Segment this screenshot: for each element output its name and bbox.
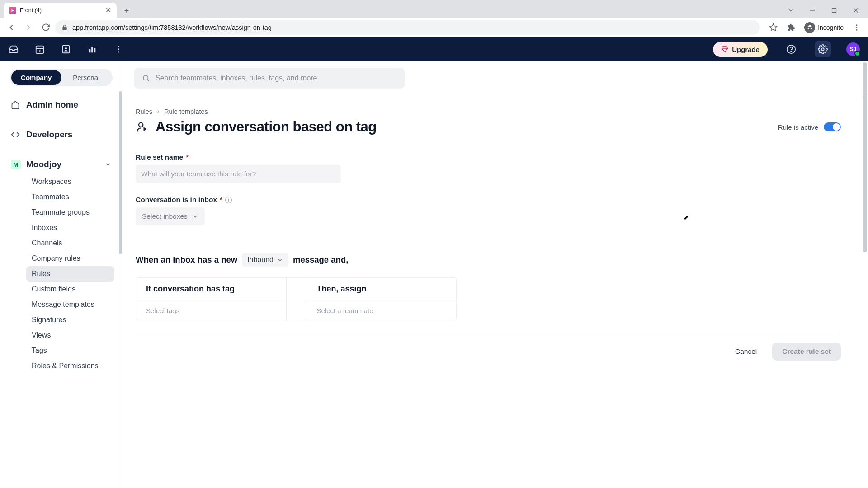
chevron-right-icon — [156, 109, 160, 114]
analytics-icon[interactable] — [87, 44, 98, 55]
sidebar-item-teammates[interactable]: Teammates — [26, 189, 114, 205]
select-inboxes-dropdown[interactable]: Select inboxes — [136, 207, 205, 225]
svg-point-12 — [65, 47, 67, 50]
back-button[interactable] — [4, 20, 19, 35]
rule-active-label: Rule is active — [778, 123, 818, 131]
reload-button[interactable] — [38, 20, 53, 35]
browser-menu-icon[interactable] — [849, 20, 864, 35]
sidebar-item-signatures[interactable]: Signatures — [26, 312, 114, 328]
app-header: 31 Upgrade SJ — [0, 37, 868, 61]
form-footer: Cancel Create rule set — [136, 334, 841, 361]
sidebar-developers[interactable]: Developers — [5, 125, 118, 144]
browser-toolbar: app.frontapp.com/settings/tim:7858132/wo… — [0, 18, 868, 37]
contacts-icon[interactable] — [61, 44, 71, 55]
svg-point-20 — [791, 51, 792, 52]
create-rule-set-button[interactable]: Create rule set — [772, 343, 841, 361]
svg-rect-1 — [832, 9, 836, 13]
main-content: Rules Rule templates Assign conversation… — [123, 61, 868, 488]
sidebar-item-tags[interactable]: Tags — [26, 343, 114, 358]
page-title: Assign conversation based on tag — [156, 119, 377, 135]
ruleset-name-label: Rule set name — [136, 153, 183, 161]
select-tags-cell[interactable]: Select tags — [136, 300, 286, 321]
breadcrumb-rules[interactable]: Rules — [136, 108, 152, 115]
tab-title: Front (4) — [20, 7, 102, 14]
sidebar-item-roles-permissions[interactable]: Roles & Permissions — [26, 358, 114, 374]
close-window-button[interactable] — [845, 4, 866, 17]
info-icon[interactable]: i — [225, 197, 232, 203]
inbox-icon[interactable] — [8, 44, 19, 55]
sidebar-item-inboxes[interactable]: Inboxes — [26, 220, 114, 235]
chevron-down-icon — [192, 213, 198, 220]
svg-point-22 — [143, 75, 148, 80]
seg-personal[interactable]: Personal — [61, 70, 112, 85]
calendar-icon[interactable]: 31 — [34, 44, 45, 55]
svg-point-7 — [856, 29, 858, 30]
window-controls — [780, 4, 866, 17]
svg-rect-14 — [91, 47, 93, 53]
sidebar-item-company-rules[interactable]: Company rules — [26, 251, 114, 266]
browser-tab[interactable]: F Front (4) ✕ — [4, 3, 117, 18]
sidebar-subitems: Workspaces Teammates Teammate groups Inb… — [5, 174, 118, 374]
url-text: app.frontapp.com/settings/tim:7858132/wo… — [72, 24, 272, 31]
required-marker: * — [186, 153, 189, 161]
breadcrumb-templates[interactable]: Rule templates — [164, 108, 208, 115]
new-tab-button[interactable]: + — [120, 5, 133, 17]
tab-bar: F Front (4) ✕ + — [0, 0, 868, 18]
divider — [136, 239, 472, 239]
ruleset-name-input[interactable] — [136, 165, 341, 183]
sidebar-item-message-templates[interactable]: Message templates — [26, 297, 114, 312]
gem-icon — [721, 46, 728, 53]
minimize-button[interactable] — [802, 4, 823, 17]
upgrade-button[interactable]: Upgrade — [713, 42, 768, 57]
seg-company[interactable]: Company — [11, 70, 61, 85]
close-tab-icon[interactable]: ✕ — [105, 7, 111, 14]
incognito-label: Incognito — [818, 24, 844, 31]
column-if-header: If conversation has tag — [136, 278, 286, 300]
settings-icon[interactable] — [815, 41, 831, 57]
sidebar-item-channels[interactable]: Channels — [26, 235, 114, 251]
sidebar-item-custom-fields[interactable]: Custom fields — [26, 282, 114, 297]
lock-icon — [61, 24, 68, 31]
extensions-icon[interactable] — [783, 20, 799, 35]
sidebar-scrollbar[interactable] — [118, 91, 123, 488]
content-scrollbar[interactable] — [862, 61, 868, 488]
incognito-icon — [804, 22, 815, 33]
sidebar-item-workspaces[interactable]: Workspaces — [26, 174, 114, 189]
direction-select[interactable]: Inbound — [242, 253, 288, 267]
sidebar-item-views[interactable]: Views — [26, 328, 114, 343]
maximize-button[interactable] — [824, 4, 844, 17]
svg-point-5 — [856, 24, 858, 26]
breadcrumb: Rules Rule templates — [136, 108, 841, 115]
svg-point-16 — [118, 46, 119, 47]
user-avatar[interactable]: SJ — [846, 42, 860, 56]
incognito-indicator[interactable]: Incognito — [802, 22, 846, 33]
rule-active-toggle[interactable] — [824, 122, 841, 131]
home-icon — [11, 100, 20, 109]
workspace-badge: M — [11, 160, 21, 169]
sidebar-item-rules[interactable]: Rules — [26, 266, 114, 282]
sidebar-item-teammate-groups[interactable]: Teammate groups — [26, 205, 114, 220]
svg-marker-4 — [769, 24, 777, 31]
settings-sidebar: Company Personal Admin home Developers M… — [0, 61, 123, 488]
tabs-chevron-icon[interactable] — [780, 4, 801, 17]
search-input[interactable] — [156, 74, 397, 82]
address-bar[interactable]: app.frontapp.com/settings/tim:7858132/wo… — [55, 20, 760, 35]
column-then-header: Then, assign — [307, 278, 457, 300]
code-icon — [11, 130, 20, 139]
sidebar-admin-home[interactable]: Admin home — [5, 95, 118, 114]
inbox-label: Conversation is in inbox — [136, 196, 217, 204]
forward-button[interactable] — [21, 20, 36, 35]
assign-icon — [136, 121, 148, 133]
more-icon[interactable] — [113, 44, 124, 55]
select-teammate-cell[interactable]: Select a teammate — [307, 300, 457, 321]
cancel-button[interactable]: Cancel — [725, 343, 767, 361]
required-marker: * — [220, 196, 222, 204]
svg-point-21 — [821, 48, 824, 51]
help-icon[interactable] — [783, 41, 799, 57]
sidebar-group-moodjoy[interactable]: M Moodjoy — [5, 155, 118, 174]
settings-search[interactable] — [134, 68, 405, 89]
bookmark-star-icon[interactable] — [765, 20, 781, 35]
chevron-down-icon — [277, 257, 283, 263]
svg-point-6 — [856, 27, 858, 28]
svg-rect-15 — [94, 48, 96, 52]
